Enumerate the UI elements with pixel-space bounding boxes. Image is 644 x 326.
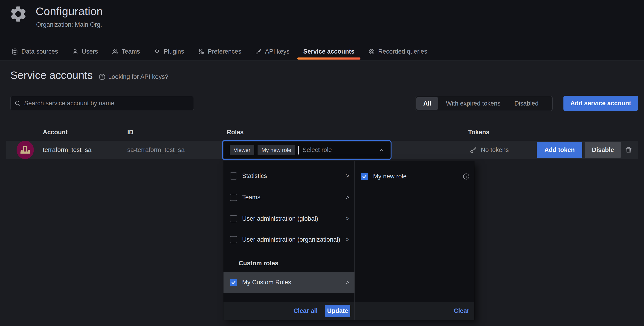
gear-icon: [9, 4, 28, 23]
page-title: Configuration: [36, 5, 103, 18]
account-id: sa-terraform_test_sa: [127, 141, 184, 159]
search-icon: [14, 100, 21, 107]
menu-item-teams[interactable]: Teams >: [230, 192, 350, 203]
status-filter-group: All With expired tokens Disabled: [415, 96, 552, 111]
tab-users[interactable]: Users: [65, 43, 105, 60]
chevron-right-icon: >: [346, 172, 350, 180]
column-header-roles: Roles: [227, 129, 244, 136]
disable-button[interactable]: Disable: [585, 142, 621, 158]
custom-roles-section-header: Custom roles: [239, 260, 278, 267]
submenu-item-my-new-role[interactable]: My new role: [361, 171, 470, 182]
column-header-tokens: Tokens: [468, 129, 490, 136]
tab-recorded-queries[interactable]: Recorded queries: [361, 43, 434, 60]
info-circle-icon[interactable]: [463, 173, 470, 180]
service-account-row: terraform_test_sa sa-terraform_test_sa V…: [6, 141, 638, 159]
checkbox-unchecked-icon[interactable]: [230, 215, 237, 222]
role-picker-placeholder: Select role: [302, 146, 332, 154]
active-tab-underline: [297, 57, 360, 59]
add-token-button[interactable]: Add token: [537, 142, 582, 158]
search-box: [10, 96, 194, 110]
add-service-account-button[interactable]: Add service account: [564, 96, 638, 111]
menu-item-statistics[interactable]: Statistics >: [230, 171, 350, 181]
tab-teams[interactable]: Teams: [105, 43, 147, 60]
tab-service-accounts[interactable]: Service accounts: [296, 43, 361, 60]
api-keys-help-link[interactable]: Looking for API keys?: [98, 73, 168, 80]
question-circle-icon: [98, 73, 106, 80]
text-caret: [298, 146, 299, 154]
role-picker[interactable]: Viewer My new role Select role: [222, 140, 392, 160]
record-icon: [368, 48, 375, 55]
account-name[interactable]: terraform_test_sa: [43, 141, 92, 159]
tab-api-keys[interactable]: API keys: [248, 43, 296, 60]
menu-item-user-admin-org[interactable]: User administration (organizational) >: [230, 234, 350, 245]
trash-icon[interactable]: [625, 146, 632, 154]
plug-icon: [154, 48, 160, 55]
role-chip-viewer[interactable]: Viewer: [230, 145, 254, 155]
user-icon: [72, 48, 78, 55]
tab-bar: Data sources Users Teams Plugins Prefere…: [4, 43, 434, 60]
checkbox-checked-icon[interactable]: [361, 173, 368, 180]
role-picker-input[interactable]: Viewer My new role Select role: [224, 142, 390, 158]
checkbox-unchecked-icon[interactable]: [230, 172, 237, 180]
role-picker-dropdown: Statistics > Teams > User administration…: [224, 161, 474, 320]
database-icon: [12, 48, 18, 55]
checkbox-unchecked-icon[interactable]: [230, 194, 237, 201]
role-picker-footer: Clear all Update: [224, 302, 354, 320]
filter-with-expired-tokens[interactable]: With expired tokens: [439, 96, 508, 111]
tab-plugins[interactable]: Plugins: [147, 43, 191, 60]
filter-disabled[interactable]: Disabled: [508, 96, 546, 111]
role-submenu-pane: My new role Clear: [355, 161, 474, 320]
chevron-right-icon: >: [346, 236, 350, 243]
menu-item-user-admin-global[interactable]: User administration (global) >: [230, 213, 350, 224]
filter-all[interactable]: All: [416, 97, 438, 110]
tab-data-sources[interactable]: Data sources: [4, 43, 65, 60]
search-input[interactable]: [24, 100, 190, 107]
role-chip-my-new-role[interactable]: My new role: [258, 145, 295, 155]
clear-link[interactable]: Clear: [454, 307, 469, 315]
section-heading: Service accounts: [10, 69, 93, 81]
avatar: [16, 141, 34, 159]
checkbox-checked-icon[interactable]: [230, 279, 237, 286]
column-header-account: Account: [43, 129, 68, 136]
chevron-right-icon: >: [346, 279, 350, 286]
chevron-up-icon[interactable]: [378, 147, 384, 153]
column-header-id: ID: [127, 129, 134, 136]
clear-all-link[interactable]: Clear all: [294, 307, 318, 315]
tokens-status: No tokens: [470, 141, 509, 159]
tab-preferences[interactable]: Preferences: [191, 43, 248, 60]
grafana-configuration-screen: Configuration Organization: Main Org. Da…: [0, 0, 644, 326]
chevron-right-icon: >: [346, 215, 350, 222]
update-button[interactable]: Update: [325, 305, 350, 317]
checkbox-unchecked-icon[interactable]: [230, 236, 237, 243]
page-subtitle: Organization: Main Org.: [36, 21, 102, 28]
submenu-footer: Clear: [355, 302, 474, 320]
key-icon: [255, 48, 262, 55]
avatar-glyph-icon: [20, 146, 30, 154]
role-groups-pane: Statistics > Teams > User administration…: [224, 161, 355, 320]
chevron-right-icon: >: [346, 194, 350, 201]
menu-item-my-custom-roles[interactable]: My Custom Roles >: [224, 272, 354, 293]
key-icon: [470, 146, 477, 154]
sliders-icon: [198, 48, 204, 55]
content-area: Service accounts Looking for API keys? A…: [0, 60, 644, 326]
app-header: Configuration Organization: Main Org. Da…: [0, 0, 644, 60]
users-icon: [112, 48, 118, 55]
tokens-status-label: No tokens: [481, 146, 509, 154]
